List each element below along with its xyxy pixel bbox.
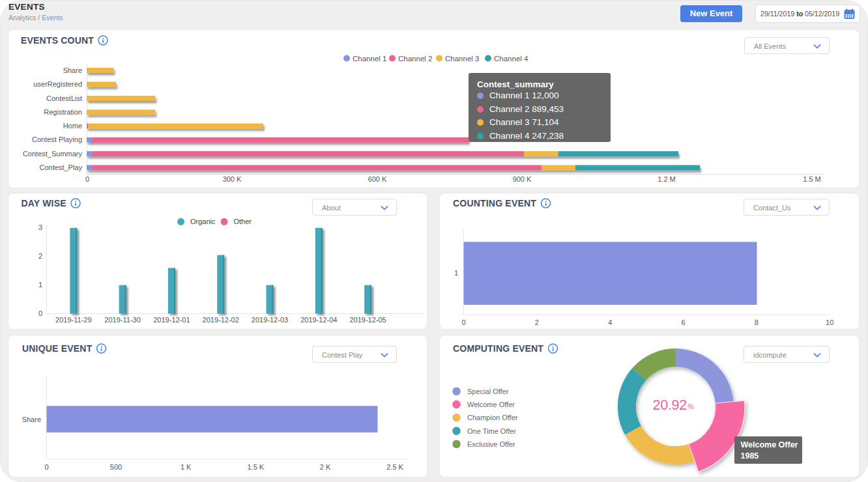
svg-text:0: 0 — [85, 175, 89, 183]
svg-text:Organic: Organic — [190, 218, 216, 225]
svg-text:Share: Share — [63, 66, 82, 74]
svg-text:Home: Home — [63, 122, 82, 130]
svg-text:Welcome Offer: Welcome Offer — [467, 400, 515, 408]
svg-text:Other: Other — [234, 218, 252, 225]
svg-text:300 K: 300 K — [223, 175, 242, 183]
svg-text:600 K: 600 K — [368, 175, 387, 183]
svg-text:4: 4 — [608, 319, 612, 326]
svg-text:1: 1 — [38, 281, 42, 289]
svg-text:0: 0 — [38, 309, 42, 317]
svg-text:Contest_Play: Contest_Play — [40, 163, 83, 171]
svg-text:userRegistered: userRegistered — [33, 80, 82, 88]
svg-text:2019-12-02: 2019-12-02 — [203, 316, 239, 324]
svg-text:2019-11-29: 2019-11-29 — [55, 316, 91, 324]
svg-text:One Time Offer: One Time Offer — [467, 427, 516, 434]
svg-text:2.5 K: 2.5 K — [386, 463, 403, 471]
svg-text:Channel 3: Channel 3 — [445, 54, 479, 62]
svg-text:1: 1 — [454, 269, 457, 277]
svg-text:Channel 4: Channel 4 — [494, 54, 528, 62]
svg-text:8: 8 — [754, 319, 758, 326]
svg-text:2019-12-04: 2019-12-04 — [300, 316, 337, 324]
svg-text:Contest Playing: Contest Playing — [32, 135, 82, 143]
svg-text:2019-11-30: 2019-11-30 — [104, 316, 140, 324]
svg-text:2: 2 — [38, 252, 42, 260]
svg-text:2019-12-05: 2019-12-05 — [349, 316, 386, 324]
svg-text:Exclusive Offer: Exclusive Offer — [467, 440, 515, 447]
svg-text:10: 10 — [826, 319, 833, 326]
svg-text:2 K: 2 K — [320, 463, 331, 471]
svg-text:Contest_Summary: Contest_Summary — [23, 149, 83, 157]
svg-text:1 K: 1 K — [181, 463, 192, 471]
svg-text:ContestList: ContestList — [46, 94, 82, 102]
svg-text:Channel 2: Channel 2 — [398, 54, 432, 62]
svg-text:500: 500 — [110, 463, 122, 471]
svg-text:2: 2 — [534, 319, 538, 326]
svg-text:1.2 M: 1.2 M — [658, 175, 676, 183]
svg-text:Registration: Registration — [44, 107, 82, 115]
svg-text:2019-12-01: 2019-12-01 — [153, 316, 190, 324]
svg-text:Champion Offer: Champion Offer — [467, 414, 518, 421]
svg-text:0: 0 — [44, 463, 48, 471]
svg-text:20.92%: 20.92% — [652, 397, 693, 413]
svg-text:Channel 1: Channel 1 — [353, 54, 386, 62]
svg-text:1.5 M: 1.5 M — [803, 175, 821, 183]
svg-text:6: 6 — [681, 319, 685, 326]
svg-text:0: 0 — [461, 319, 465, 326]
svg-text:1.5 K: 1.5 K — [247, 463, 264, 471]
svg-text:900 K: 900 K — [513, 175, 532, 183]
svg-text:3: 3 — [38, 223, 42, 231]
svg-text:2019-12-03: 2019-12-03 — [252, 316, 288, 324]
svg-text:Special Offer: Special Offer — [467, 387, 509, 395]
svg-text:Share: Share — [22, 415, 41, 423]
